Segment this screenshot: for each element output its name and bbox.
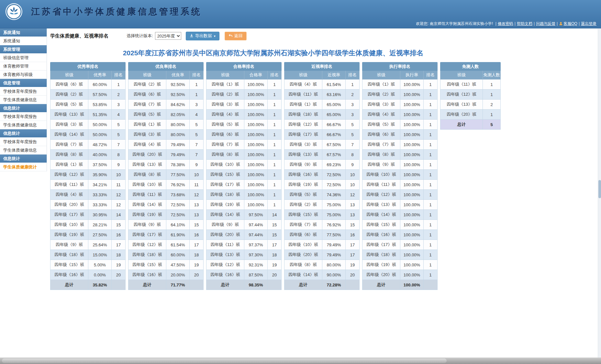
rank-cell: 1 [424,170,438,180]
rank-cell: 1 [424,110,438,120]
table-row: 四年级《14》班100.00%1 [362,210,438,220]
table-row: 四年级《4》班100.00%1 [362,110,438,120]
header-link[interactable]: 修改密码 [498,21,513,26]
value-cell: 79.49% [166,150,190,160]
sidebar-item[interactable]: 体育教师与班级 [0,70,47,79]
class-cell: 四年级《12》班 [362,190,400,200]
class-cell: 四年级《5》班 [362,120,400,130]
export-button[interactable]: 导出数据 ▾ [186,32,219,40]
value-cell: 100.00% [244,190,268,200]
table-row: 四年级《4》班61.54%1 [284,80,360,90]
value-cell: 100.00% [400,220,424,230]
sidebar-group-header[interactable]: 信息统计 [0,104,47,112]
sidebar-item[interactable]: 学生体质健康信息 [0,146,47,155]
rank-cell: 1 [424,260,438,270]
sidebar-item[interactable]: 学校体育年度报告 [0,112,47,121]
sidebar-item[interactable]: 学校体育年度报告 [0,87,47,96]
class-cell: 四年级《8》班 [128,170,166,180]
rank-cell: 1 [268,150,282,160]
horizontal-scrollbar-thumb[interactable] [2,359,447,363]
horizontal-scrollbar[interactable] [0,358,601,364]
link-separator: | [534,21,535,26]
app-logo-icon [5,3,23,20]
table-row: 四年级《1》班80.00%5 [128,120,204,130]
column-header: 合格率 [244,71,268,80]
value-cell: 57.50% [88,90,112,100]
back-button[interactable]: 返回 [225,32,247,40]
rank-cell: 15 [268,220,282,230]
value-cell: 77.50% [166,170,190,180]
vertical-scrollbar-thumb[interactable] [598,180,601,198]
value-cell: 100.00% [244,150,268,160]
table-row: 四年级《17》班100.00%1 [362,240,438,250]
header-link[interactable]: 退出登录 [581,21,596,26]
value-cell: 61.54% [322,80,346,90]
sidebar-item[interactable]: 系统通知 [0,37,47,45]
sidebar-item[interactable]: 班级信息管理 [0,54,47,62]
rank-cell: 9 [346,160,360,170]
table-row: 四年级《3》班100.00%1 [206,100,282,110]
rank-cell: 1 [424,140,438,150]
class-cell: 四年级《12》班 [284,120,322,130]
sidebar-group-header[interactable]: 系统管理 [0,45,47,54]
value-cell: 90.00% [322,270,346,280]
rank-cell: 13 [190,200,204,210]
table-row: 四年级《16》班0.00%20 [50,270,126,280]
rank-cell: 1 [268,120,282,130]
table-row: 四年级《14》班97.50%14 [206,210,282,220]
sidebar-item[interactable]: 学生体质健康统计 [0,163,47,171]
rank-cell: 5 [112,120,126,130]
column-header: 优秀率 [88,71,112,80]
header-link[interactable]: 客服QQ [563,21,577,26]
rank-cell: 9 [190,160,204,170]
header-link[interactable]: 问题与反馈 [536,21,555,26]
class-cell: 四年级《10》班 [284,240,322,250]
value-cell: 61.54% [166,240,190,250]
class-cell: 四年级《16》班 [128,270,166,280]
table-group-header: 执行率排名 [362,62,438,71]
table-row: 四年级《17》班66.67%5 [284,130,360,140]
sidebar-group-header[interactable]: 信息管理 [0,79,47,87]
sidebar-group-header[interactable]: 信息统计 [0,155,47,163]
class-cell: 四年级《13》班 [206,250,244,260]
table-row: 四年级《9》班64.10%15 [128,220,204,230]
table-row: 四年级《12》班35.90%10 [50,170,126,180]
table-row: 四年级《17》班30.95%14 [50,210,126,220]
value-cell: 97.50% [244,210,268,220]
table-row: 四年级《6》班60.00%1 [50,80,126,90]
header-link[interactable]: 帮助文档 [517,21,532,26]
table-row: 四年级《12》班92.31%19 [206,260,282,270]
class-cell: 四年级《15》班 [50,260,88,270]
sidebar-group-header[interactable]: 信息统计 [0,129,47,138]
table-row: 四年级《20》班100.00%1 [362,270,438,280]
class-cell: 四年级《14》班 [206,210,244,220]
table-row: 四年级《9》班97.44%15 [206,220,282,230]
total-cell: 5 [483,120,501,130]
app-window: 江苏省中小学体质健康信息管理系统 欢迎您: 南京师范大学附属苏州石湖实验小学! … [0,0,601,364]
table-row: 四年级《7》班100.00%1 [362,140,438,150]
sidebar-item[interactable]: 学生体质健康信息 [0,96,47,104]
rank-cell: 9 [112,160,126,170]
rank-cell: 5 [190,120,204,130]
class-cell: 四年级《17》班 [128,230,166,240]
sidebar-group-header[interactable]: 系统通知 [0,28,47,37]
version-label: 选择统计版本: [127,33,153,39]
class-cell: 四年级《1》班 [284,100,322,110]
class-cell: 四年级《7》班 [128,100,166,110]
sidebar-item[interactable]: 学生体质健康信息 [0,121,47,129]
sidebar-item[interactable]: 体育教师管理 [0,62,47,70]
person-icon [559,22,563,27]
rank-cell: 17 [346,250,360,260]
class-cell: 四年级《12》班 [128,240,166,250]
sidebar-item[interactable]: 学校体育年度报告 [0,138,47,146]
rank-cell: 14 [268,210,282,220]
column-header: 排名 [268,71,282,80]
class-cell: 四年级《3》班 [284,140,322,150]
vertical-scrollbar[interactable] [598,29,601,358]
table-row: 四年级《4》班33.33%12 [50,190,126,200]
rank-cell: 1 [268,170,282,180]
version-select[interactable]: 2025年度 [155,32,181,40]
value-cell: 100.00% [244,200,268,210]
table-row: 四年级《16》班20.00%20 [128,270,204,280]
class-cell: 四年级《16》班 [362,230,400,240]
